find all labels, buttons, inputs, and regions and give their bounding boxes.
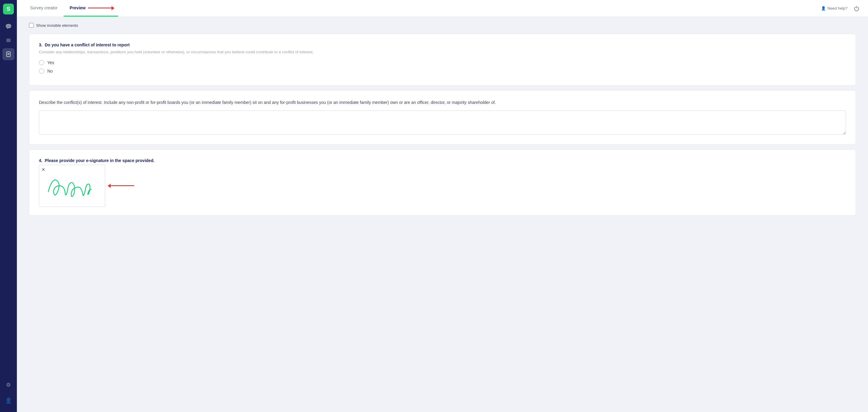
- signature-svg: [39, 165, 105, 207]
- svg-rect-1: [6, 40, 10, 41]
- arrow-annotation-preview: [88, 7, 112, 8]
- question-3-subtitle: Consider any relationships, transactions…: [39, 49, 846, 55]
- svg-rect-0: [6, 39, 10, 39]
- svg-rect-5: [7, 54, 9, 55]
- sidebar-icon-user[interactable]: 👤: [2, 394, 14, 407]
- sidebar-icon-list[interactable]: [2, 34, 14, 46]
- signature-box[interactable]: ✕: [39, 165, 105, 207]
- need-help-button[interactable]: 👤 Need help?: [821, 6, 848, 10]
- radio-no-label: No: [47, 69, 53, 73]
- radio-no[interactable]: [39, 68, 44, 74]
- tab-survey-creator[interactable]: Survey creator: [24, 0, 64, 16]
- show-invisible-checkbox[interactable]: [29, 23, 34, 28]
- power-button[interactable]: [852, 4, 861, 13]
- question-4-card: 4. Please provide your e-signature in th…: [29, 149, 856, 216]
- question-4-header: 4. Please provide your e-signature in th…: [39, 158, 846, 163]
- topnav-right: 👤 Need help?: [821, 0, 861, 16]
- question-3-card: 3. Do you have a conflict of interest to…: [29, 34, 856, 85]
- sidebar-icon-document[interactable]: [2, 48, 14, 60]
- signature-clear-button[interactable]: ✕: [41, 167, 45, 172]
- radio-option-no: No: [39, 68, 846, 74]
- radio-yes[interactable]: [39, 60, 44, 65]
- sidebar: S 💬 ⚙ 👤: [0, 0, 17, 412]
- topnav: Survey creator Preview 👤 Need help?: [17, 0, 868, 17]
- radio-yes-label: Yes: [47, 60, 54, 65]
- app-logo[interactable]: S: [3, 4, 14, 14]
- signature-row: ✕: [39, 165, 846, 207]
- describe-card: Describe the conflict(s) of interest. In…: [29, 90, 856, 144]
- topnav-tabs: Survey creator Preview: [24, 0, 118, 16]
- sidebar-icon-settings[interactable]: ⚙: [2, 379, 14, 391]
- svg-rect-2: [6, 41, 10, 42]
- radio-option-yes: Yes: [39, 60, 846, 65]
- help-icon: 👤: [821, 6, 826, 10]
- tab-preview[interactable]: Preview: [64, 0, 118, 16]
- content-area: Show invisible elements 3. Do you have a…: [17, 17, 868, 412]
- show-invisible-label[interactable]: Show invisible elements: [29, 23, 78, 28]
- toolbar-row: Show invisible elements: [29, 23, 856, 28]
- describe-text: Describe the conflict(s) of interest. In…: [39, 99, 846, 106]
- question-3-header: 3. Do you have a conflict of interest to…: [39, 42, 846, 47]
- describe-textarea[interactable]: [39, 110, 846, 135]
- sidebar-icon-chat[interactable]: 💬: [2, 21, 14, 33]
- sidebar-bottom: ⚙ 👤: [2, 379, 14, 408]
- svg-rect-4: [7, 53, 9, 54]
- arrow-annotation-signature: [110, 185, 134, 186]
- main-area: Survey creator Preview 👤 Need help?: [17, 0, 868, 412]
